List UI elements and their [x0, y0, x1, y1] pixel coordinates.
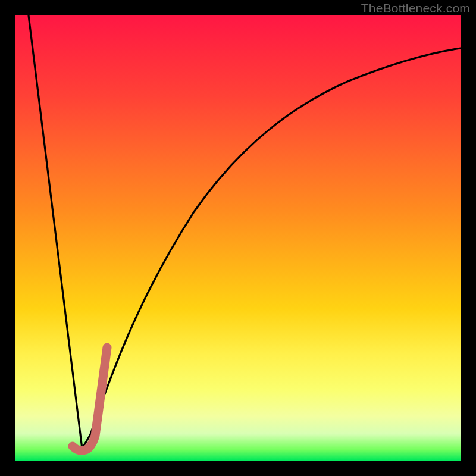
chart-plot-area	[15, 15, 461, 461]
bottleneck-curve	[29, 15, 461, 449]
chart-svg	[15, 15, 461, 461]
chart-frame: TheBottleneck.com	[0, 0, 476, 476]
watermark-text: TheBottleneck.com	[361, 1, 470, 15]
